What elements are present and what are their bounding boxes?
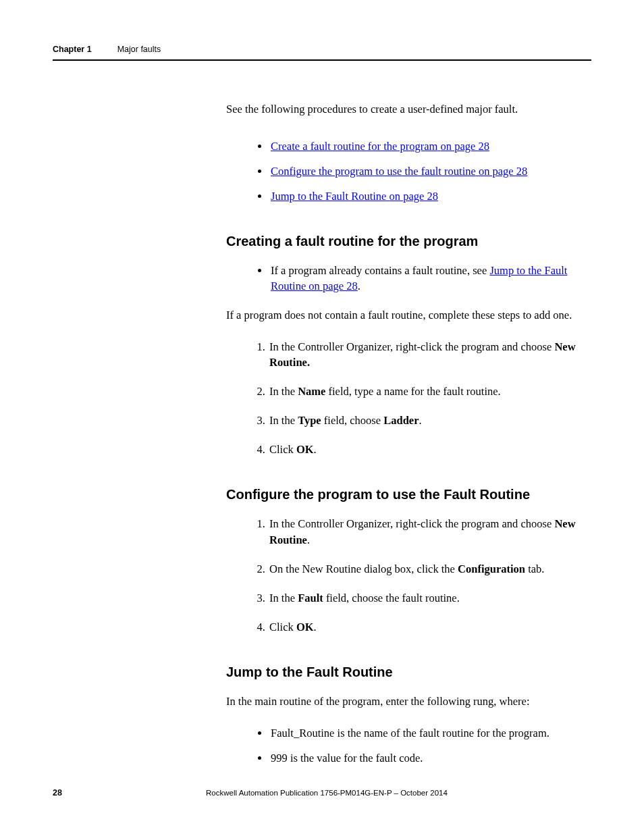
page-number: 28: [53, 788, 62, 798]
page-header: Chapter 1 Major faults: [53, 45, 591, 61]
link-configure-program[interactable]: Configure the program to use the fault r…: [271, 165, 527, 178]
main-content: See the following procedures to create a…: [226, 101, 591, 766]
list-item: In the Name field, type a name for the f…: [268, 384, 591, 399]
heading-creating-fault-routine: Creating a fault routine for the program: [226, 234, 591, 249]
list-item: Click OK.: [268, 442, 591, 457]
publication-info: Rockwell Automation Publication 1756-PM0…: [62, 789, 591, 797]
list-item: Click OK.: [268, 619, 591, 635]
list-item: In the Type field, choose Ladder.: [268, 413, 591, 428]
heading-configure-program: Configure the program to use the Fault R…: [226, 487, 591, 502]
page-footer: 28 Rockwell Automation Publication 1756-…: [53, 788, 591, 798]
procedure-links-list: Create a fault routine for the program o…: [269, 138, 591, 204]
list-item: On the New Routine dialog box, click the…: [268, 561, 591, 577]
section1-paragraph: If a program does not contain a fault ro…: [226, 307, 591, 324]
list-item: 999 is the value for the fault code.: [269, 750, 591, 766]
list-item: In the Fault field, choose the fault rou…: [268, 590, 591, 606]
section2-steps: In the Controller Organizer, right-click…: [268, 516, 591, 634]
link-create-fault-routine[interactable]: Create a fault routine for the program o…: [271, 140, 489, 153]
list-item: If a program already contains a fault ro…: [269, 263, 591, 294]
section3-paragraph: In the main routine of the program, ente…: [226, 694, 591, 710]
list-item: Jump to the Fault Routine on page 28: [269, 188, 591, 204]
list-item: In the Controller Organizer, right-click…: [268, 516, 591, 547]
heading-jump-fault-routine: Jump to the Fault Routine: [226, 664, 591, 680]
list-item: Fault_Routine is the name of the fault r…: [269, 725, 591, 741]
list-item: Create a fault routine for the program o…: [269, 138, 591, 154]
list-item: Configure the program to use the fault r…: [269, 163, 591, 179]
list-item: In the Controller Organizer, right-click…: [268, 339, 591, 370]
link-jump-fault-routine[interactable]: Jump to the Fault Routine on page 28: [271, 190, 438, 203]
section1-steps: In the Controller Organizer, right-click…: [268, 339, 591, 457]
section1-bullet-list: If a program already contains a fault ro…: [269, 263, 591, 294]
intro-paragraph: See the following procedures to create a…: [226, 101, 591, 118]
section3-bullets: Fault_Routine is the name of the fault r…: [269, 725, 591, 766]
chapter-label: Chapter 1: [53, 45, 92, 54]
chapter-title: Major faults: [117, 45, 161, 54]
